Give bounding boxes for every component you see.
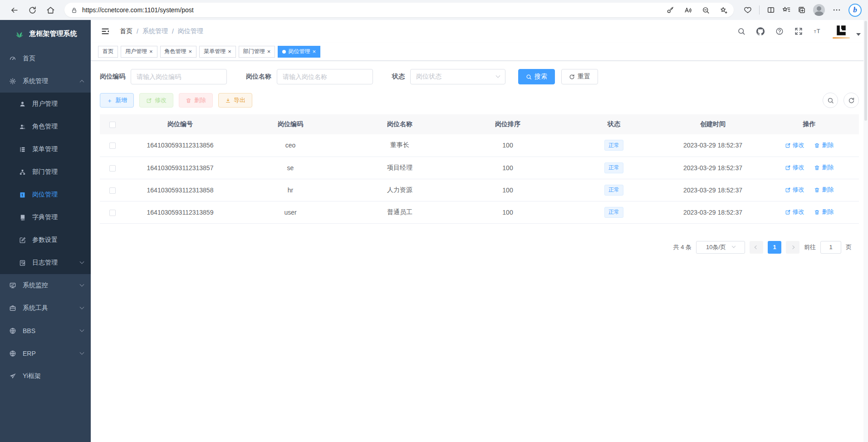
row-delete-link[interactable]: 删除 — [814, 141, 834, 149]
github-icon[interactable] — [756, 27, 765, 35]
dictionary-icon — [19, 214, 26, 221]
sidebar-item-label: 系统监控 — [23, 281, 48, 290]
favorites-icon[interactable] — [782, 6, 790, 14]
sidebar-item-posts[interactable]: 岗位管理 — [0, 183, 91, 206]
filter-form: 岗位编码 岗位名称 状态 岗位状态 搜索 — [100, 69, 859, 84]
row-edit-link[interactable]: 修改 — [785, 163, 804, 172]
row-checkbox[interactable] — [109, 187, 116, 194]
table-row: 1641030593112313857 se 项目经理 100 正常 2023-… — [100, 157, 859, 179]
read-aloud-icon[interactable] — [684, 6, 692, 14]
pagination: 共 4 条 10条/页 1 前往 页 — [100, 241, 859, 254]
browser-essentials-icon[interactable] — [744, 6, 752, 14]
sidebar-item-parameters[interactable]: 参数设置 — [0, 229, 91, 251]
post-badge-icon — [19, 192, 26, 198]
sidebar-item-label: 部门管理 — [32, 168, 58, 176]
show-search-button[interactable] — [823, 93, 838, 108]
sidebar-item-users[interactable]: 用户管理 — [0, 93, 91, 115]
sidebar-item-menus[interactable]: 菜单管理 — [0, 138, 91, 161]
page-number-current[interactable]: 1 — [768, 241, 781, 254]
split-screen-icon[interactable] — [767, 6, 775, 14]
row-edit-link[interactable]: 修改 — [785, 186, 804, 194]
caret-down-icon[interactable] — [856, 33, 861, 36]
status-badge: 正常 — [604, 140, 623, 151]
fullscreen-icon[interactable] — [794, 27, 803, 35]
sidebar-item-dictionary[interactable]: 字典管理 — [0, 206, 91, 229]
post-name-label: 岗位名称 — [246, 73, 271, 81]
refresh-icon[interactable] — [25, 2, 40, 18]
status-badge: 正常 — [604, 207, 623, 218]
sidebar-item-roles[interactable]: 角色管理 — [0, 115, 91, 138]
prev-page-button[interactable] — [750, 241, 763, 254]
page-size-select[interactable]: 10条/页 — [696, 241, 745, 254]
status-select[interactable]: 岗位状态 — [410, 69, 505, 84]
sidebar-item-yi-framework[interactable]: Yi框架 — [0, 365, 91, 388]
export-button[interactable]: 导出 — [218, 93, 252, 108]
sidebar-item-tools[interactable]: 系统工具 — [0, 297, 91, 319]
tags-view-bar: 首页 用户管理× 角色管理× 菜单管理× 部门管理× 岗位管理× — [91, 43, 868, 61]
tab-roles[interactable]: 角色管理× — [160, 46, 197, 58]
more-icon[interactable] — [832, 5, 841, 15]
search-icon[interactable] — [737, 27, 745, 35]
row-checkbox[interactable] — [109, 210, 116, 216]
tab-menus[interactable]: 菜单管理× — [199, 46, 236, 58]
next-page-button[interactable] — [786, 241, 799, 254]
close-icon[interactable]: × — [312, 48, 316, 55]
row-delete-link[interactable]: 删除 — [814, 208, 834, 216]
sidebar-item-erp[interactable]: ERP — [0, 342, 91, 365]
refresh-table-button[interactable] — [843, 93, 859, 108]
breadcrumb-separator: / — [172, 28, 174, 35]
sidebar-item-system[interactable]: 系统管理 — [0, 70, 91, 93]
sidebar-item-logs[interactable]: 日志管理 — [0, 251, 91, 274]
key-icon[interactable] — [667, 6, 674, 14]
row-delete-link[interactable]: 删除 — [814, 186, 834, 194]
close-icon[interactable]: × — [149, 48, 153, 55]
chevron-down-icon — [80, 327, 84, 332]
user-avatar[interactable] — [833, 25, 850, 39]
tab-users[interactable]: 用户管理× — [121, 46, 157, 58]
sidebar-item-monitor[interactable]: 系统监控 — [0, 274, 91, 297]
favorite-add-icon[interactable] — [720, 6, 727, 14]
row-checkbox[interactable] — [109, 165, 116, 172]
scrollbar-thumb[interactable] — [864, 21, 867, 121]
search-button[interactable]: 搜索 — [518, 69, 555, 84]
globe-icon — [9, 327, 16, 334]
settings-edit-icon — [19, 237, 26, 244]
breadcrumb-home[interactable]: 首页 — [120, 27, 132, 35]
refresh-icon — [848, 97, 855, 104]
zoom-out-icon[interactable] — [702, 6, 710, 14]
browser-scrollbar[interactable] — [863, 20, 868, 442]
help-icon[interactable] — [775, 27, 784, 35]
table-row: 1641030593112313856 ceo 董事长 100 正常 2023-… — [100, 134, 859, 157]
row-delete-link[interactable]: 删除 — [814, 163, 834, 172]
reset-button[interactable]: 重置 — [561, 69, 598, 84]
sidebar-collapse-icon[interactable] — [97, 27, 113, 36]
row-checkbox[interactable] — [109, 142, 116, 149]
sidebar-item-bbs[interactable]: BBS — [0, 319, 91, 342]
tab-posts-active[interactable]: 岗位管理× — [278, 46, 320, 58]
app-logo: 意框架管理系统 — [0, 20, 91, 47]
select-all-checkbox[interactable] — [109, 122, 116, 128]
font-size-icon[interactable]: TT — [814, 27, 822, 35]
profile-avatar[interactable] — [813, 4, 825, 16]
post-code-input[interactable] — [131, 69, 227, 84]
sidebar-item-label: ERP — [23, 350, 36, 357]
sidebar: 意框架管理系统 首页 系统管理 用户管理 角色管理 — [0, 20, 91, 442]
home-icon[interactable] — [43, 2, 58, 18]
sidebar-item-home[interactable]: 首页 — [0, 47, 91, 70]
tab-departments[interactable]: 部门管理× — [239, 46, 275, 58]
close-icon[interactable]: × — [228, 48, 231, 55]
sidebar-item-departments[interactable]: 部门管理 — [0, 161, 91, 183]
goto-page-input[interactable] — [820, 241, 841, 254]
collections-icon[interactable] — [798, 6, 806, 14]
close-icon[interactable]: × — [267, 48, 271, 55]
close-icon[interactable]: × — [189, 48, 192, 55]
add-button[interactable]: ＋新增 — [100, 93, 134, 108]
row-edit-link[interactable]: 修改 — [785, 208, 804, 216]
address-bar[interactable]: https://ccnetcore.com:1101/system/post — [64, 3, 734, 17]
post-name-input[interactable] — [277, 69, 373, 84]
copilot-icon[interactable]: b — [848, 4, 862, 17]
chevron-down-icon — [496, 73, 500, 78]
back-icon[interactable] — [6, 2, 22, 18]
tab-home[interactable]: 首页 — [98, 46, 118, 58]
row-edit-link[interactable]: 修改 — [785, 141, 804, 149]
